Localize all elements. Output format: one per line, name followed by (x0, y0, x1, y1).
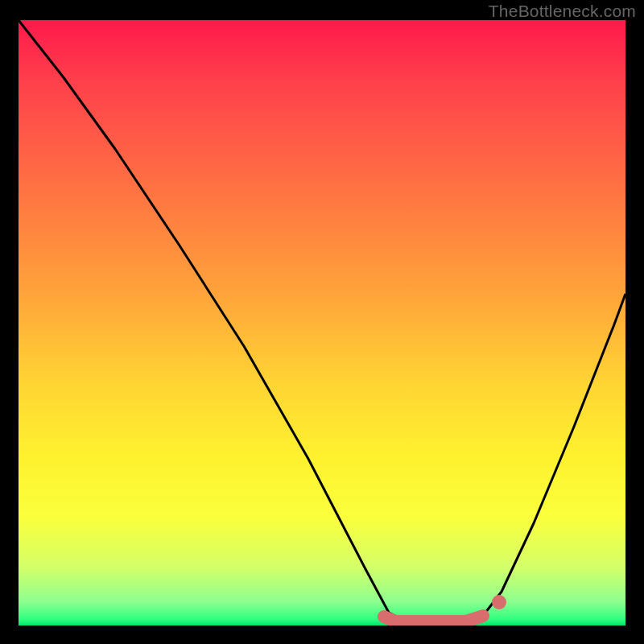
chart-svg (19, 20, 625, 625)
highlight-dot (492, 595, 506, 609)
optimal-range-highlight (384, 616, 483, 621)
bottleneck-curve (19, 20, 625, 619)
watermark-text: TheBottleneck.com (489, 2, 636, 21)
plot-area (19, 20, 625, 625)
chart-frame: TheBottleneck.com (0, 0, 644, 644)
